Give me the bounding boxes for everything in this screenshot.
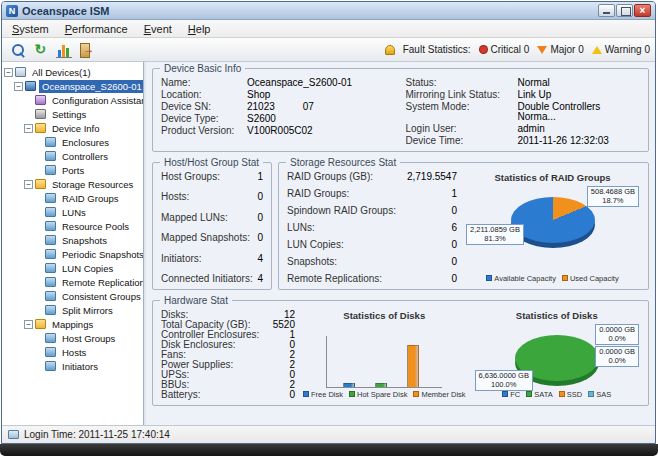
tree-item-snapshots[interactable]: Snapshots <box>2 233 143 247</box>
hardware-stat-fields: Disks:12Total Capacity (GB):5520Controll… <box>161 310 295 400</box>
tree-indent-spacer <box>24 96 33 105</box>
device-basic-info-box: Device Basic Info Name:Oceanspace_S2600-… <box>152 68 649 152</box>
basic-info-col1: Name:Oceanspace_S2600-01Location:ShopDev… <box>161 78 396 146</box>
refresh-button[interactable] <box>30 40 51 60</box>
folder-icon <box>35 179 46 189</box>
tree-item-hosts[interactable]: Hosts <box>2 345 143 359</box>
legend-entry: Available Capacity <box>486 274 556 283</box>
tree-item-raid-groups[interactable]: RAID Groups <box>2 191 143 205</box>
collapse-handle[interactable]: − <box>4 68 13 77</box>
host-icon <box>45 347 56 357</box>
raid-pie-plot: 508.4688 GB18.7%2,211.0859 GB81.3% <box>465 184 640 272</box>
disk-pie-title: Statistics of Disks <box>474 310 641 322</box>
close-button[interactable]: × <box>634 4 651 17</box>
tree-item-device-info[interactable]: −Device Info <box>2 121 143 135</box>
statistics-icon <box>56 42 72 58</box>
tree-item-host-groups[interactable]: Host Groups <box>2 331 143 345</box>
basic-info-col2: Status:NormalMirroring Link Status:Link … <box>406 78 641 146</box>
raid-pie-chart: Statistics of RAID Groups 508.4688 GB18.… <box>465 172 640 284</box>
field-label: LUN Copies: <box>287 240 344 250</box>
folder-icon <box>35 123 46 133</box>
minimize-button[interactable] <box>598 4 615 17</box>
title-bar[interactable]: N Oceanspace ISM × <box>2 2 655 20</box>
legend-swatch <box>562 275 568 281</box>
field-value: 6 <box>451 223 457 233</box>
tree-item-all-devices[interactable]: −All Devices(1) <box>2 65 143 79</box>
tree-item-luns[interactable]: LUNs <box>2 205 143 219</box>
tree-item-controllers[interactable]: Controllers <box>2 149 143 163</box>
collapse-handle[interactable]: − <box>24 180 33 189</box>
tree-item-consistent-groups[interactable]: Consistent Groups <box>2 289 143 303</box>
tree-item-label: Settings <box>49 108 89 121</box>
disk-bar-chart: Statistics of Disks Free DiskHot Spare D… <box>301 310 468 400</box>
tree-item-settings[interactable]: Settings <box>2 107 143 121</box>
legend-entry: SSD <box>559 390 582 399</box>
fault-critical[interactable]: Critical 0 <box>479 44 530 55</box>
bar-free-disk <box>343 383 355 387</box>
main-panel: Device Basic Info Name:Oceanspace_S2600-… <box>146 62 655 425</box>
statistics-button[interactable] <box>53 40 74 60</box>
tree-item-ports[interactable]: Ports <box>2 163 143 177</box>
legend-label: Hot Spare Disk <box>357 390 407 399</box>
menu-help[interactable]: Help <box>180 22 219 36</box>
field-row: Spindown RAID Groups:0 <box>287 206 457 216</box>
field-label: Remote Replications: <box>287 274 382 284</box>
tree-indent-spacer <box>34 208 43 217</box>
resource-pool-icon <box>45 221 56 231</box>
fault-label: Warning 0 <box>605 44 650 55</box>
field-label: Mapped LUNs: <box>161 213 228 223</box>
field-value: 2,719.5547 <box>407 172 457 182</box>
search-button[interactable] <box>7 40 28 60</box>
tree-item-configuration-assistant[interactable]: Configuration Assistant <box>2 93 143 107</box>
tree-indent-spacer <box>34 348 43 357</box>
field-row: Initiators:4 <box>161 254 263 264</box>
field-label: System Mode: <box>406 102 518 112</box>
field-value: 0 <box>289 390 295 400</box>
tree-item-storage-resources[interactable]: −Storage Resources <box>2 177 143 191</box>
snapshot-icon <box>45 235 56 245</box>
tree-indent-spacer <box>34 334 43 343</box>
menu-bar: SystemPerformanceEventHelp <box>2 20 655 38</box>
tree-item-split-mirrors[interactable]: Split Mirrors <box>2 303 143 317</box>
app-icon: N <box>6 5 18 17</box>
collapse-handle[interactable]: − <box>24 320 33 329</box>
field-value: 0 <box>451 206 457 216</box>
maximize-button[interactable] <box>616 4 633 17</box>
tree-item-lun-copies[interactable]: LUN Copies <box>2 261 143 275</box>
field-label: Name: <box>161 78 247 88</box>
field-row: RAID Groups:1 <box>287 189 457 199</box>
field-value: 4 <box>257 254 263 264</box>
tree-item-mappings[interactable]: −Mappings <box>2 317 143 331</box>
field-value: 2011-11-26 12:32:03 <box>518 136 609 146</box>
callout-percent: 0.0% <box>599 357 635 366</box>
field-value: 0 <box>257 233 263 243</box>
field-row: Name:Oceanspace_S2600-01 <box>161 78 396 88</box>
legend-entry: Used Capacity <box>562 274 619 283</box>
hardware-stat-title: Hardware Stat <box>160 295 232 306</box>
field-value: 4 <box>257 274 263 284</box>
tree-item-initiators[interactable]: Initiators <box>2 359 143 373</box>
legend-swatch <box>588 391 594 397</box>
fault-statistics: Fault Statistics: Critical 0Major 0Warni… <box>385 44 650 55</box>
fault-major[interactable]: Major 0 <box>537 44 583 55</box>
disk-bar-legend: Free DiskHot Spare DiskMember Disk <box>301 388 468 400</box>
field-label: Initiators: <box>161 254 202 264</box>
collapse-handle[interactable]: − <box>24 124 33 133</box>
exit-button[interactable] <box>76 40 97 60</box>
legend-entry: Hot Spare Disk <box>349 390 407 399</box>
tree-item-enclosures[interactable]: Enclosures <box>2 135 143 149</box>
callout-percent: 18.7% <box>591 197 635 206</box>
menu-performance[interactable]: Performance <box>57 22 136 36</box>
tree-item-oceanspace-s2600-01[interactable]: −Oceanspace_S2600-01 <box>2 79 143 93</box>
tree-item-remote-replications[interactable]: Remote Replications <box>2 275 143 289</box>
field-row: Mirroring Link Status:Link Up <box>406 90 641 100</box>
tree-item-periodic-snapshots[interactable]: Periodic Snapshots <box>2 247 143 261</box>
fault-warning[interactable]: Warning 0 <box>592 44 650 55</box>
tree-item-resource-pools[interactable]: Resource Pools <box>2 219 143 233</box>
pie-callout: 508.4688 GB18.7% <box>587 186 639 207</box>
tree-indent-spacer <box>34 362 43 371</box>
menu-event[interactable]: Event <box>136 22 180 36</box>
menu-system[interactable]: System <box>4 22 57 36</box>
major-icon <box>537 46 547 54</box>
collapse-handle[interactable]: − <box>14 82 23 91</box>
